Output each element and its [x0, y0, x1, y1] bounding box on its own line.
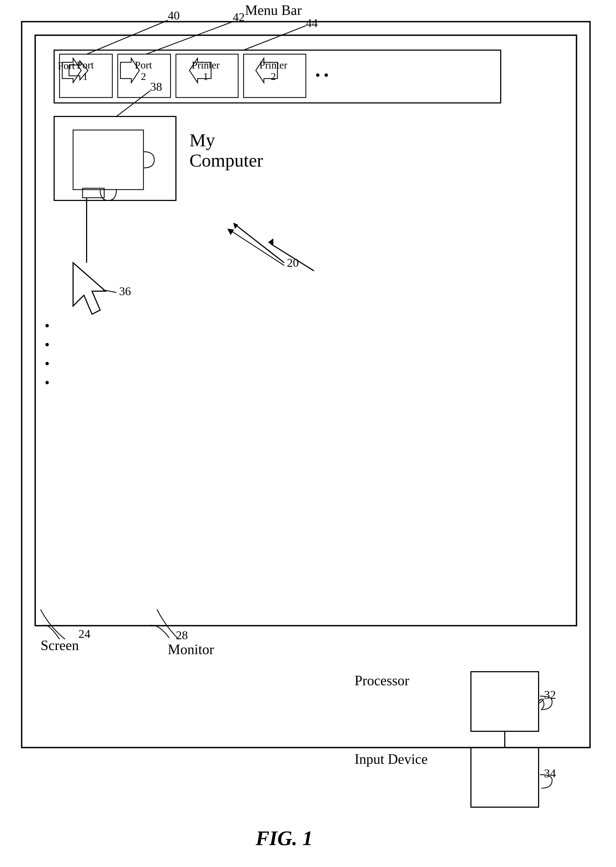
svg-line-34 — [146, 22, 233, 54]
page: Port Port 1 Port 2 Printer 1 Printer 2 •… — [0, 0, 616, 867]
svg-line-38 — [230, 230, 284, 265]
svg-text:•: • — [45, 318, 50, 333]
svg-text:•: • — [45, 337, 50, 352]
svg-line-35 — [244, 26, 306, 50]
svg-text:Port: Port — [77, 59, 94, 71]
ref-24: 24 — [79, 627, 90, 640]
svg-text:Port: Port — [58, 60, 75, 71]
svg-marker-17 — [121, 58, 139, 83]
ref-20: 20 — [287, 256, 299, 270]
svg-marker-26 — [73, 263, 105, 314]
figure-title: FIG. 1 — [255, 827, 313, 850]
svg-text:Printer: Printer — [192, 59, 220, 71]
svg-text:1: 1 — [203, 71, 208, 82]
ref-34: 34 — [544, 767, 556, 780]
svg-rect-41 — [471, 747, 539, 807]
svg-text:Port: Port — [135, 59, 152, 71]
menu-bar-label: Menu Bar — [245, 2, 302, 18]
svg-text:• •: • • — [315, 68, 328, 83]
svg-rect-3 — [60, 54, 112, 98]
svg-line-31 — [271, 244, 314, 271]
svg-line-36 — [116, 91, 150, 117]
svg-text:My: My — [189, 130, 215, 150]
svg-marker-16 — [62, 58, 81, 83]
ref-28: 28 — [176, 629, 188, 642]
ref-32: 32 — [544, 688, 556, 701]
svg-rect-22 — [83, 188, 104, 198]
ref-36: 36 — [119, 285, 131, 298]
svg-line-44 — [539, 699, 541, 701]
input-device-text: Input Device — [355, 751, 427, 767]
svg-rect-7 — [118, 54, 171, 98]
processor-text: Processor — [355, 673, 409, 688]
diagram-svg: Port Port 1 Port 2 Printer 1 Printer 2 •… — [0, 0, 616, 867]
svg-rect-2 — [54, 50, 501, 103]
svg-rect-10 — [176, 54, 238, 98]
svg-rect-0 — [22, 22, 590, 747]
ref-44: 44 — [306, 17, 318, 30]
monitor-text: Monitor — [168, 642, 214, 657]
svg-text:•: • — [45, 375, 50, 390]
svg-rect-21 — [54, 117, 176, 200]
screen-text: Screen — [41, 638, 79, 653]
svg-text:•: • — [45, 356, 50, 371]
svg-marker-39 — [227, 229, 234, 235]
svg-line-33 — [86, 20, 168, 54]
svg-marker-46 — [233, 223, 238, 229]
svg-line-43 — [541, 699, 544, 701]
svg-rect-13 — [244, 54, 306, 98]
ref-40: 40 — [168, 9, 180, 22]
svg-rect-1 — [35, 35, 577, 626]
svg-text:2: 2 — [141, 71, 146, 82]
svg-line-37 — [103, 290, 116, 293]
svg-rect-40 — [471, 672, 539, 731]
svg-marker-32 — [268, 238, 273, 245]
svg-text:2: 2 — [271, 71, 276, 82]
svg-line-45 — [236, 225, 284, 263]
ref-38: 38 — [150, 80, 162, 93]
svg-marker-18 — [189, 58, 211, 83]
svg-marker-19 — [256, 58, 277, 83]
svg-text:Printer: Printer — [259, 59, 288, 71]
svg-text:Computer: Computer — [189, 150, 263, 171]
svg-text:1: 1 — [83, 71, 88, 82]
ref-42: 42 — [233, 11, 245, 24]
